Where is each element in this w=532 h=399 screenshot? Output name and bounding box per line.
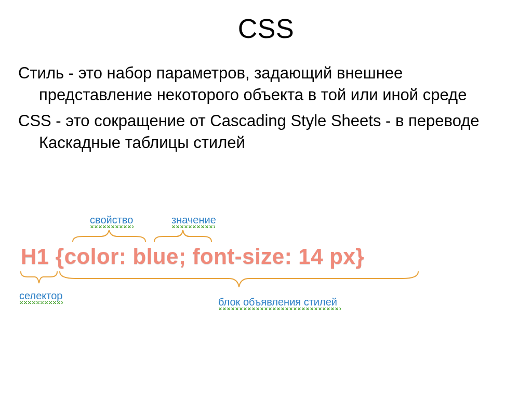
brace-selector [18,269,60,285]
squiggle-underline [90,225,134,228]
brace-property [70,229,148,244]
annotation-selector-label: селектор [19,290,62,301]
slide-title: CSS [0,13,532,44]
annotation-property-label: свойство [90,214,133,225]
annotation-value: значение [171,214,216,228]
annotation-value-label: значение [171,214,216,225]
annotation-selector: селектор [19,290,63,304]
annotation-block: блок объявления стилей [218,296,341,310]
annotation-property: свойство [90,214,134,228]
squiggle-underline [218,308,341,310]
slide-body: Стиль - это набор параметров, задающий в… [18,62,514,157]
paragraph-1: Стиль - это набор параметров, задающий в… [18,62,514,106]
brace-value [152,229,214,244]
squiggle-underline [19,301,63,304]
annotation-block-label: блок объявления стилей [218,296,337,308]
paragraph-2: CSS - это сокращение от Cascading Style … [18,110,514,154]
css-rule-code: H1 {color: blue; font-size: 14 px} [21,244,511,269]
squiggle-underline [171,225,215,228]
brace-block [57,269,421,290]
css-rule-diagram: свойство значение H1 {color: blue; font-… [21,244,511,317]
